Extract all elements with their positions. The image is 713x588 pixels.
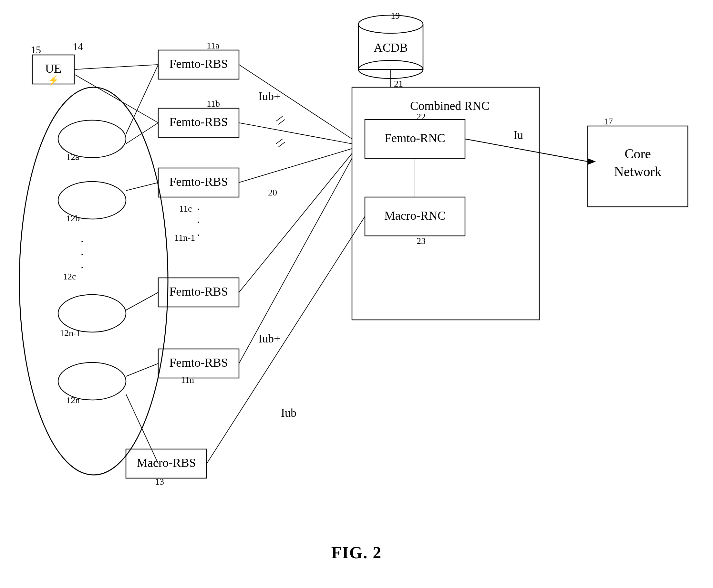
svg-line-35: [239, 65, 352, 139]
femto-rbs-b-label: Femto-RBS: [169, 115, 228, 129]
macro-rbs-label: Macro-RBS: [136, 456, 196, 469]
svg-line-38: [239, 153, 352, 292]
label-11a: 11a: [207, 40, 220, 50]
iub-label: Iub: [281, 406, 297, 419]
svg-point-9: [58, 362, 126, 400]
svg-line-45: [278, 120, 285, 124]
iub-plus-bottom-label: Iub+: [258, 332, 280, 345]
svg-line-34: [126, 394, 158, 464]
label-12c: 12c: [63, 271, 76, 281]
diagram-container: UE ⚡ 15 14 12a 12b · · · 12c 12n-1 12n F…: [0, 0, 713, 588]
svg-point-0: [19, 87, 168, 475]
label-13: 13: [155, 477, 164, 486]
femto-rbs-n1-label: Femto-RBS: [169, 285, 228, 298]
svg-line-27: [74, 65, 158, 69]
label-12a: 12a: [66, 152, 80, 162]
svg-line-44: [276, 116, 283, 121]
svg-line-47: [278, 142, 285, 147]
svg-line-36: [239, 123, 352, 144]
svg-point-8: [58, 295, 126, 332]
femto-rnc-label: Femto-RNC: [385, 131, 445, 145]
figure-label: FIG. 2: [331, 543, 382, 562]
label-11n1: 11n-1: [174, 233, 195, 243]
svg-marker-42: [588, 158, 596, 165]
svg-line-31: [126, 183, 158, 191]
core-network-label1: Core: [625, 146, 651, 161]
svg-text:·: ·: [197, 203, 200, 216]
svg-text:·: ·: [197, 216, 200, 229]
femto-rbs-a-label: Femto-RBS: [169, 57, 228, 70]
label-14: 14: [73, 41, 83, 52]
label-11c: 11c: [179, 204, 192, 213]
label-22: 22: [416, 111, 426, 122]
iub-plus-top-label: Iub+: [258, 90, 280, 103]
combined-rnc-label: Combined RNC: [410, 99, 490, 112]
svg-line-28: [74, 74, 158, 123]
iu-label: Iu: [514, 129, 523, 142]
svg-line-46: [276, 139, 283, 144]
ue-label: UE: [45, 62, 62, 75]
svg-text:·: ·: [81, 235, 84, 248]
label-21: 21: [394, 79, 403, 88]
diagram-svg: UE ⚡ 15 14 12a 12b · · · 12c 12n-1 12n F…: [0, 0, 713, 588]
svg-text:·: ·: [81, 261, 84, 274]
label-12n: 12n: [66, 395, 80, 405]
svg-line-40: [207, 216, 365, 464]
core-network-label2: Network: [614, 164, 662, 179]
femto-rbs-c-label: Femto-RBS: [169, 175, 228, 188]
label-12n1: 12n-1: [60, 328, 81, 338]
label-19: 19: [391, 10, 400, 21]
femto-rbs-n-label: Femto-RBS: [169, 356, 228, 369]
label-23: 23: [416, 236, 426, 246]
label-12b: 12b: [66, 213, 80, 223]
label-17: 17: [604, 116, 613, 126]
svg-line-39: [239, 158, 352, 363]
svg-line-30: [126, 123, 158, 144]
svg-line-29: [126, 65, 158, 134]
label-20: 20: [268, 187, 277, 197]
svg-rect-19: [352, 87, 539, 320]
svg-text:·: ·: [197, 229, 200, 241]
label-11n: 11n: [181, 375, 194, 385]
svg-line-37: [239, 149, 352, 183]
svg-text:⚡: ⚡: [48, 75, 59, 86]
label-11b: 11b: [207, 99, 220, 108]
acdb-label: ACDB: [374, 41, 408, 54]
macro-rnc-label: Macro-RNC: [384, 209, 446, 222]
label-15: 15: [31, 44, 41, 56]
svg-line-32: [126, 292, 158, 310]
svg-line-33: [126, 363, 158, 376]
svg-line-41: [465, 139, 588, 162]
svg-text:·: ·: [81, 248, 84, 261]
